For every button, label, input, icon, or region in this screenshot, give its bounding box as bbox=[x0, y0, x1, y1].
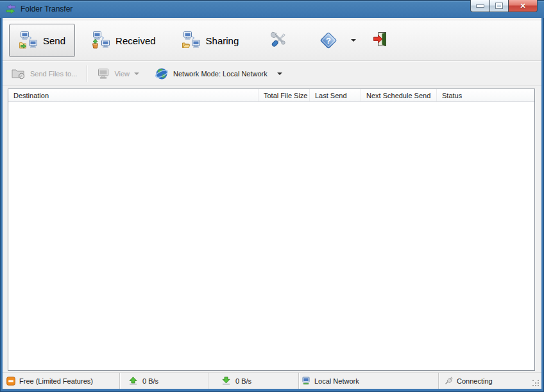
help-icon: ? bbox=[319, 31, 338, 50]
network-mode-caret bbox=[277, 72, 282, 75]
minimize-button[interactable] bbox=[470, 0, 490, 12]
minimize-icon bbox=[477, 5, 484, 7]
monitor-icon bbox=[97, 68, 110, 80]
resize-grip[interactable] bbox=[532, 380, 540, 387]
network-computer-icon bbox=[302, 377, 310, 386]
window-title: Folder Transfer bbox=[21, 4, 72, 13]
settings-button[interactable] bbox=[270, 31, 289, 50]
maximize-icon bbox=[496, 3, 502, 8]
license-label: Free (Limited Features) bbox=[19, 377, 93, 385]
received-tab-button[interactable]: Received bbox=[81, 24, 166, 57]
tools-icon bbox=[270, 31, 289, 50]
license-section: Free (Limited Features) bbox=[3, 373, 120, 389]
window-controls: ✕ bbox=[470, 0, 538, 12]
send-files-to-label: Send Files to... bbox=[30, 70, 77, 78]
column-last-send[interactable]: Last Send bbox=[310, 89, 361, 101]
status-bar: Free (Limited Features) 0 B/s bbox=[3, 372, 541, 389]
exit-icon bbox=[373, 31, 392, 50]
maximize-button[interactable] bbox=[490, 0, 509, 12]
plug-icon bbox=[444, 377, 453, 386]
view-dropdown-caret bbox=[134, 72, 139, 75]
column-total-file-size[interactable]: Total File Size bbox=[259, 89, 310, 101]
send-tab-button[interactable]: Send bbox=[9, 24, 75, 57]
svg-text:?: ? bbox=[326, 36, 331, 46]
help-button[interactable]: ? bbox=[319, 31, 338, 50]
sharing-tab-button[interactable]: Sharing bbox=[172, 24, 249, 57]
send-label: Send bbox=[43, 35, 65, 46]
download-arrow-icon bbox=[221, 377, 231, 385]
download-speed-value: 0 B/s bbox=[235, 377, 251, 385]
network-label: Local Network bbox=[314, 377, 359, 385]
main-toolbar: Send bbox=[3, 21, 541, 61]
view-button[interactable]: View bbox=[93, 64, 143, 83]
table-header: Destination Total File Size Last Send Ne… bbox=[8, 89, 534, 102]
app-icon bbox=[6, 4, 16, 14]
connection-section: Connecting bbox=[439, 373, 541, 389]
folder-send-icon bbox=[12, 68, 26, 80]
license-icon bbox=[6, 377, 15, 386]
received-icon bbox=[91, 31, 110, 50]
help-dropdown-caret[interactable] bbox=[351, 39, 356, 42]
globe-icon bbox=[155, 67, 169, 81]
column-next-schedule-send[interactable]: Next Schedule Send bbox=[361, 89, 437, 101]
download-speed-section: 0 B/s bbox=[208, 373, 299, 389]
column-status[interactable]: Status bbox=[437, 89, 534, 101]
sharing-icon bbox=[182, 31, 201, 50]
secondary-toolbar: Send Files to... View bbox=[3, 62, 541, 86]
upload-speed-section: 0 B/s bbox=[120, 373, 208, 389]
send-files-to-button[interactable]: Send Files to... bbox=[8, 64, 81, 83]
close-icon: ✕ bbox=[520, 3, 525, 10]
upload-arrow-icon bbox=[128, 377, 138, 385]
destinations-table: Destination Total File Size Last Send Ne… bbox=[8, 89, 535, 371]
upload-speed-value: 0 B/s bbox=[142, 377, 158, 385]
titlebar[interactable]: Folder Transfer ✕ bbox=[0, 0, 544, 18]
network-mode-button[interactable]: Network Mode: Local Network bbox=[151, 64, 286, 83]
close-button[interactable]: ✕ bbox=[509, 0, 538, 12]
table-body[interactable] bbox=[8, 102, 534, 370]
sharing-label: Sharing bbox=[206, 35, 239, 46]
toolbar-separator bbox=[87, 65, 87, 82]
view-label: View bbox=[114, 70, 130, 78]
app-window: Folder Transfer ✕ bbox=[0, 0, 544, 392]
connection-status-label: Connecting bbox=[457, 377, 493, 385]
network-section: Local Network bbox=[299, 373, 439, 389]
network-mode-label: Network Mode: Local Network bbox=[173, 70, 268, 78]
received-label: Received bbox=[115, 35, 156, 46]
client-area: Send bbox=[3, 18, 541, 389]
exit-button[interactable] bbox=[373, 31, 392, 50]
column-destination[interactable]: Destination bbox=[8, 89, 259, 101]
send-icon bbox=[19, 31, 38, 50]
